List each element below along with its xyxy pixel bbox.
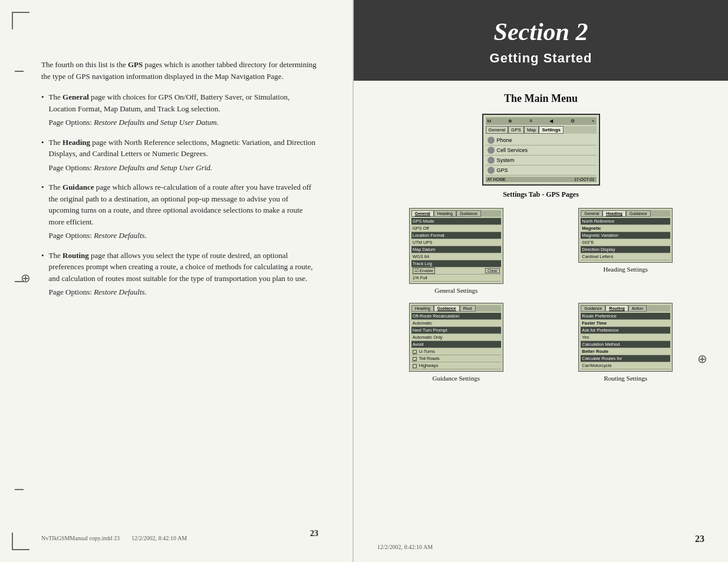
gps-icon-map: ≡ [530, 118, 533, 124]
mini-tab-general-heading: Heading [434, 210, 456, 217]
page-options-guidance: Page Options: Restore Defaults. [49, 230, 318, 242]
gps-tab-general: General [486, 126, 508, 134]
section-number: Section 2 [365, 18, 716, 46]
routing-row-1: Route Preference [581, 313, 670, 320]
bullet-content-general: The General page with choices for GPS On… [49, 91, 318, 128]
routing-label: Routing Settings [604, 375, 647, 382]
system-icon [487, 157, 495, 164]
list-item: The General page with choices for GPS On… [41, 91, 318, 128]
gps-label: GPS [497, 167, 508, 173]
page-number-right: 23 [695, 534, 704, 544]
routing-row-2: Faster Time [581, 320, 670, 327]
list-item: The Guidance page which allows re-calcul… [41, 181, 318, 242]
gps-tab-gps: GPS [508, 126, 524, 134]
guidance-row-4: Automatic Only [411, 334, 501, 341]
gps-bottom-bar: AT HOME 17-OCT-01 [486, 177, 597, 182]
mini-tab-bar-routing: Guidance Routing Action [581, 305, 670, 312]
gps-list-cell: Cell Services [486, 146, 597, 156]
mini-tab-guidance-guidance: Guidance [434, 305, 460, 312]
screenshot-routing: Guidance Routing Action Route Preference… [547, 303, 705, 382]
screenshot-general: General Heading Guidance GPS Mode GPS Of… [377, 208, 535, 294]
gps-icon-m: M [487, 118, 492, 124]
general-clear-btn[interactable]: Clear [485, 268, 500, 273]
gps-caption: Settings Tab - GPS Pages [377, 190, 704, 199]
gps-main-screen: M ⊕ ≡ ◀ ⚙ + General GPS Map Settings Pho… [482, 114, 600, 186]
routing-row-5: Calculation Method [581, 341, 670, 348]
bottom-file-left: NvTIkGSMManual copy.indd 23 [41, 535, 120, 541]
mini-screen-heading: General Heading Guidance North Reference… [578, 208, 673, 263]
page-options-heading: Page Options: Restore Defaults and Setup… [49, 162, 318, 174]
guidance-row-6: U-Turns [411, 348, 501, 355]
intro-paragraph: The fourth on this list is the GPS pages… [41, 59, 318, 82]
routing-row-8: Car/Motorcycle [581, 362, 670, 369]
list-item: The Heading page with North Reference se… [41, 137, 318, 174]
mini-tab-guidance-heading: Heading [411, 305, 434, 312]
heading-row-5: Direction Display [581, 246, 670, 253]
bullet-content-heading: The Heading page with North Reference se… [49, 137, 318, 174]
mini-tab-bar-heading: General Heading Guidance [581, 210, 670, 217]
bullet-text-heading: The Heading page with North Reference se… [49, 138, 315, 158]
checkbox-highways [413, 364, 417, 368]
mini-screen-guidance: Heading Guidance Rout Off-Route Recalcul… [409, 303, 503, 372]
mini-tab-heading-general: General [581, 210, 602, 217]
system-label: System [497, 157, 515, 163]
bullet-text-routing: The Routing page that allows you select … [49, 251, 313, 283]
page-options-routing: Page Options: Restore Defaults. [49, 286, 318, 298]
general-row-9: 1% Full [411, 275, 501, 282]
general-row-3: Location Format [411, 232, 501, 239]
heading-row-3: Magnetic Variation [581, 232, 670, 239]
phone-icon [487, 137, 495, 144]
guidance-row-8: Highways [411, 362, 501, 369]
mini-tab-routing-action: Action [628, 305, 647, 312]
general-row-2: GPS Off [411, 225, 501, 232]
gps-bottom-right: 17-OCT-01 [574, 177, 595, 181]
bullet-text-guidance: The Guidance page which allows re-calcul… [49, 183, 312, 226]
section-title: Getting Started [490, 51, 592, 65]
page-options-general: Page Options: Restore Defaults and Setup… [49, 117, 318, 128]
general-row-4: UTM UPS [411, 239, 501, 246]
mini-tab-routing-routing: Routing [605, 305, 628, 312]
left-page: The fourth on this list is the GPS pages… [0, 0, 354, 562]
gps-list-gps: GPS [486, 166, 597, 176]
gps-bottom-left: AT HOME [487, 177, 506, 181]
bottom-bar-right: 12/2/2002, 8:42:10 AM [377, 544, 681, 550]
routing-row-4: Yes [581, 334, 670, 341]
gps-list-system: System [486, 156, 597, 166]
guidance-row-7: Toll Roads [411, 355, 501, 362]
guidance-row-3: Next Turn Prompt [411, 327, 501, 334]
gps-icon [487, 167, 495, 174]
guidance-row-2: Automatic [411, 320, 501, 327]
mini-tab-routing-guidance: Guidance [581, 305, 605, 312]
right-content: The Main Menu M ⊕ ≡ ◀ ⚙ + General GPS Ma… [354, 81, 728, 562]
gps-tab-bar: General GPS Map Settings [486, 126, 597, 134]
bullet-content-guidance: The Guidance page which allows re-calcul… [49, 181, 318, 242]
general-enable: ☑ Enable [413, 268, 435, 273]
main-menu-title: The Main Menu [377, 92, 704, 105]
mini-tab-general-general: General [411, 210, 434, 217]
checkbox-uturns [413, 350, 417, 354]
general-row-1: GPS Mode [411, 218, 501, 225]
screenshot-heading: General Heading Guidance North Reference… [547, 208, 705, 294]
cell-icon [487, 147, 495, 154]
bullet-content-routing: The Routing page that allows you select … [49, 250, 318, 298]
mini-tab-heading-guidance: Guidance [626, 210, 651, 217]
bullet-text-general: The General page with choices for GPS On… [49, 92, 290, 113]
mini-screen-routing: Guidance Routing Action Route Preference… [578, 303, 673, 372]
gps-top-bar: M ⊕ ≡ ◀ ⚙ + [486, 117, 597, 125]
heading-row-6: Cardinal Letters [581, 253, 670, 260]
checkbox-tollroads [413, 357, 417, 361]
compass-rose-left: ⊕ [21, 271, 31, 285]
right-page: Section 2 Getting Started The Main Menu … [354, 0, 728, 562]
mini-tab-heading-heading: Heading [602, 210, 626, 217]
mini-tab-general-guidance: Guidance [456, 210, 481, 217]
screenshots-grid: General Heading Guidance GPS Mode GPS Of… [377, 208, 704, 382]
routing-row-6: Better Route [581, 348, 670, 355]
general-row-5: Map Datum [411, 246, 501, 253]
gps-icon-plus: + [592, 118, 595, 124]
general-label: General Settings [434, 287, 477, 294]
gps-icon-settings: ⚙ [571, 118, 575, 124]
phone-label: Phone [497, 137, 512, 143]
mini-tab-guidance-rout: Rout [460, 305, 476, 312]
list-item: The Routing page that allows you select … [41, 250, 318, 298]
bottom-bar-left: NvTIkGSMManual copy.indd 23 12/2/2002, 8… [41, 535, 187, 541]
